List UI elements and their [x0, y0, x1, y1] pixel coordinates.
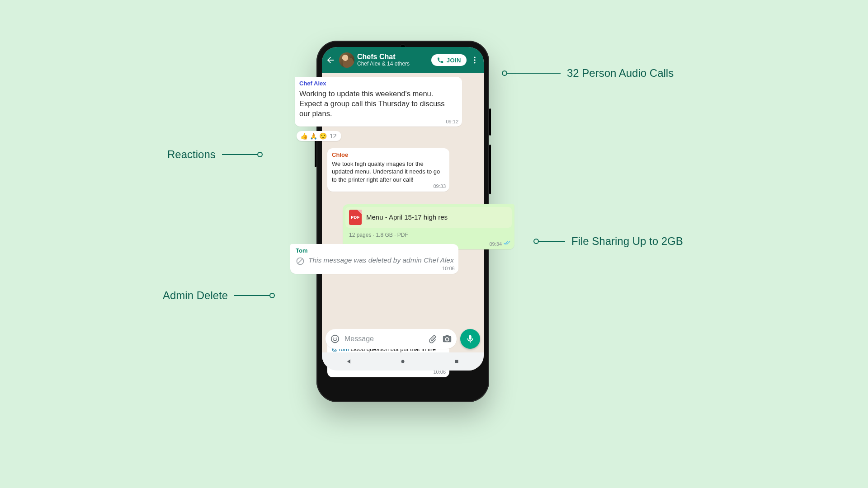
more-options-button[interactable]: [469, 56, 480, 65]
svg-point-1: [474, 59, 475, 61]
leader-line: [538, 241, 565, 242]
phone-side-button: [489, 145, 491, 194]
message-text: Working to update this weekend's menu. E…: [299, 89, 458, 119]
phone-side-button: [489, 108, 491, 136]
phone-frame: Chefs Chat Chef Alex & 14 others JOIN Ch…: [316, 41, 489, 402]
pdf-badge-label: PDF: [351, 215, 360, 220]
phone-icon: [437, 56, 444, 64]
deleted-message: This message was deleted by admin Chef A…: [296, 256, 454, 266]
message-row: PDF Menu - April 15-17 high res 12 pages…: [343, 204, 514, 249]
message-row: Chef Alex Working to update this weekend…: [295, 77, 467, 127]
blocked-icon: [296, 257, 305, 266]
deleted-message-bubble[interactable]: Tom This message was deleted by admin Ch…: [290, 244, 458, 274]
svg-point-5: [331, 335, 339, 343]
message-bubble[interactable]: Chloe We took high quality images for th…: [327, 148, 449, 192]
file-meta: 12 pages · 1.8 GB · PDF: [347, 231, 510, 239]
svg-point-8: [401, 360, 404, 363]
message-time: 09:34: [489, 240, 511, 248]
kebab-menu-icon: [470, 56, 479, 65]
chat-title-block[interactable]: Chefs Chat Chef Alex & 14 others: [357, 53, 429, 66]
message-text: We took high quality images for the upda…: [332, 160, 445, 184]
svg-rect-9: [455, 360, 458, 363]
android-nav-bar: [322, 352, 484, 371]
camera-icon[interactable]: [442, 334, 452, 344]
svg-point-7: [336, 338, 337, 338]
message-input[interactable]: Message: [326, 329, 457, 349]
annotation-reactions: Reactions: [167, 148, 258, 161]
annotation-admin-delete: Admin Delete: [163, 289, 270, 302]
reaction-emoji: 🙏: [310, 132, 317, 140]
join-label: JOIN: [447, 57, 461, 64]
message-row: Tom This message was deleted by admin Ch…: [290, 244, 480, 274]
nav-recents-icon[interactable]: [453, 358, 460, 365]
annotation-label: File Sharing Up to 2GB: [571, 235, 683, 248]
annotation-audio-calls: 32 Person Audio Calls: [506, 67, 674, 80]
reactions-pill[interactable]: 👍 🙏 🙂 12: [297, 131, 341, 141]
deleted-text: This message was deleted by admin Chef A…: [308, 256, 454, 265]
file-message-bubble[interactable]: PDF Menu - April 15-17 high res 12 pages…: [343, 204, 514, 249]
message-row: Chloe We took high quality images for th…: [327, 148, 478, 192]
message-sender: Tom: [296, 247, 454, 255]
screen: Chefs Chat Chef Alex & 14 others JOIN Ch…: [322, 47, 484, 371]
message-bubble[interactable]: Chef Alex Working to update this weekend…: [295, 77, 462, 127]
svg-point-6: [333, 338, 334, 338]
file-name: Menu - April 15-17 high res: [366, 213, 448, 222]
join-call-button[interactable]: JOIN: [431, 54, 467, 66]
annotation-label: Reactions: [167, 148, 216, 161]
leader-line: [234, 295, 270, 296]
message-time: 09:12: [446, 118, 458, 125]
svg-line-4: [298, 259, 302, 263]
file-attachment[interactable]: PDF Menu - April 15-17 high res: [345, 207, 512, 228]
annotation-label: 32 Person Audio Calls: [567, 67, 674, 80]
nav-home-icon[interactable]: [400, 358, 406, 365]
mic-button[interactable]: [460, 329, 480, 349]
read-receipt-icon: [504, 240, 511, 248]
back-button[interactable]: [325, 54, 336, 66]
back-arrow-icon: [326, 55, 335, 65]
nav-back-icon[interactable]: [346, 358, 352, 365]
message-time-text: 09:34: [489, 241, 502, 248]
reaction-count: 12: [330, 132, 337, 140]
annotation-file-sharing: File Sharing Up to 2GB: [538, 235, 683, 248]
reaction-emoji: 🙂: [319, 132, 327, 140]
chat-title: Chefs Chat: [357, 53, 429, 61]
chat-body[interactable]: Chef Alex Working to update this weekend…: [322, 73, 484, 325]
emoji-icon[interactable]: [330, 334, 340, 344]
leader-line: [222, 154, 258, 155]
chat-subtitle: Chef Alex & 14 others: [357, 61, 429, 67]
annotation-label: Admin Delete: [163, 289, 228, 302]
pdf-icon: PDF: [349, 210, 362, 225]
leader-line: [506, 73, 561, 74]
message-input-bar: Message: [326, 328, 480, 350]
message-sender: Chloe: [332, 151, 445, 159]
message-placeholder: Message: [344, 335, 423, 343]
reaction-emoji: 👍: [300, 132, 308, 140]
message-time: 10:06: [442, 265, 455, 272]
message-time: 09:33: [433, 183, 446, 190]
group-avatar[interactable]: [339, 52, 354, 68]
mic-icon: [465, 334, 475, 344]
chat-header: Chefs Chat Chef Alex & 14 others JOIN: [322, 47, 484, 73]
svg-point-0: [474, 57, 475, 58]
svg-point-2: [474, 62, 475, 63]
message-sender: Chef Alex: [299, 80, 458, 88]
attachment-icon[interactable]: [428, 334, 438, 344]
